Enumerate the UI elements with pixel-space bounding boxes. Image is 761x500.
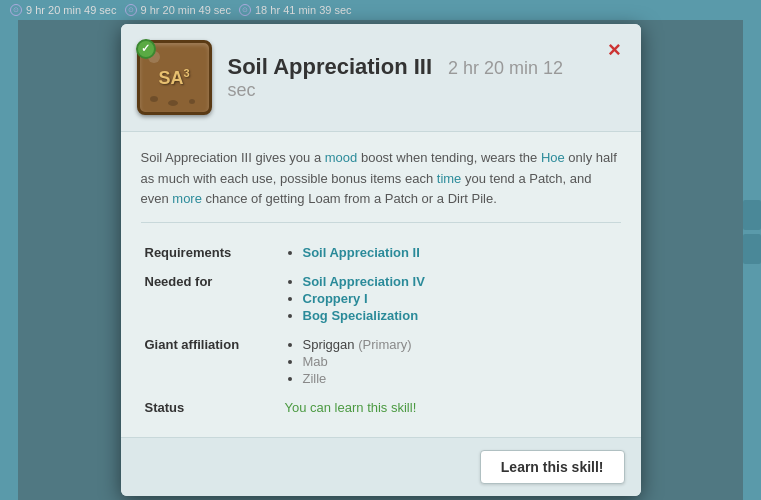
modal-body: Soil Appreciation III gives you a mood b… <box>121 132 641 437</box>
clock-icon-3: ⊙ <box>239 4 251 16</box>
checkmark-badge: ✓ <box>136 39 156 59</box>
requirements-row: Requirements Soil Appreciation II <box>141 239 621 268</box>
skill-modal: ✓ SA3 Soil Appreciation III 2 hr 20 min … <box>121 24 641 496</box>
highlight-hoe: Hoe <box>541 150 565 165</box>
highlight-time: time <box>437 171 462 186</box>
modal-footer: Learn this skill! <box>121 437 641 496</box>
timer-text-3: 18 hr 41 min 39 sec <box>255 4 352 16</box>
giant-zille: Zille <box>303 371 327 386</box>
highlight-mood: mood <box>325 150 358 165</box>
giant-affiliation-value: Spriggan (Primary) Mab Zille <box>281 331 621 394</box>
giant-affiliation-row: Giant affiliation Spriggan (Primary) Mab <box>141 331 621 394</box>
needed-for-value: Soil Appreciation IV Croppery I Bog Spec… <box>281 268 621 331</box>
status-text: You can learn this skill! <box>285 400 417 415</box>
timer-item-2: ⊙ 9 hr 20 min 49 sec <box>125 4 232 16</box>
close-button[interactable]: × <box>601 36 629 64</box>
status-value: You can learn this skill! <box>281 394 621 421</box>
requirements-value: Soil Appreciation II <box>281 239 621 268</box>
highlight-more: more <box>172 191 202 206</box>
giant-affiliation-label: Giant affiliation <box>141 331 281 394</box>
header-title-block: Soil Appreciation III 2 hr 20 min 12 sec <box>228 54 591 101</box>
status-label: Status <box>141 394 281 421</box>
skill-icon-text: SA3 <box>158 68 189 87</box>
timer-item-3: ⊙ 18 hr 41 min 39 sec <box>239 4 352 16</box>
skill-icon: ✓ SA3 <box>137 40 212 115</box>
modal-overlay: ✓ SA3 Soil Appreciation III 2 hr 20 min … <box>18 20 743 500</box>
needed-item-2[interactable]: Bog Specialization <box>303 308 419 323</box>
giant-spriggan: Spriggan <box>303 337 355 352</box>
modal-header: ✓ SA3 Soil Appreciation III 2 hr 20 min … <box>121 24 641 132</box>
info-table: Requirements Soil Appreciation II Needed… <box>141 239 621 421</box>
req-item-0[interactable]: Soil Appreciation II <box>303 245 420 260</box>
giant-mab: Mab <box>303 354 328 369</box>
skill-icon-sup: 3 <box>183 67 189 79</box>
side-panel-right <box>743 20 761 500</box>
clock-icon-2: ⊙ <box>125 4 137 16</box>
modal-title: Soil Appreciation III <box>228 54 433 79</box>
side-tile-2 <box>743 234 761 264</box>
needed-for-label: Needed for <box>141 268 281 331</box>
side-tile-1 <box>743 200 761 230</box>
skill-description: Soil Appreciation III gives you a mood b… <box>141 148 621 223</box>
timer-item-1: ⊙ 9 hr 20 min 49 sec <box>10 4 117 16</box>
timer-text-1: 9 hr 20 min 49 sec <box>26 4 117 16</box>
learn-skill-button[interactable]: Learn this skill! <box>480 450 625 484</box>
needed-item-1[interactable]: Croppery I <box>303 291 368 306</box>
top-bar: ⊙ 9 hr 20 min 49 sec ⊙ 9 hr 20 min 49 se… <box>0 0 761 20</box>
clock-icon-1: ⊙ <box>10 4 22 16</box>
needed-for-row: Needed for Soil Appreciation IV Croppery… <box>141 268 621 331</box>
requirements-label: Requirements <box>141 239 281 268</box>
side-panel-left <box>0 20 18 500</box>
needed-item-0[interactable]: Soil Appreciation IV <box>303 274 425 289</box>
timer-text-2: 9 hr 20 min 49 sec <box>141 4 232 16</box>
giant-spriggan-note: (Primary) <box>358 337 411 352</box>
status-row: Status You can learn this skill! <box>141 394 621 421</box>
